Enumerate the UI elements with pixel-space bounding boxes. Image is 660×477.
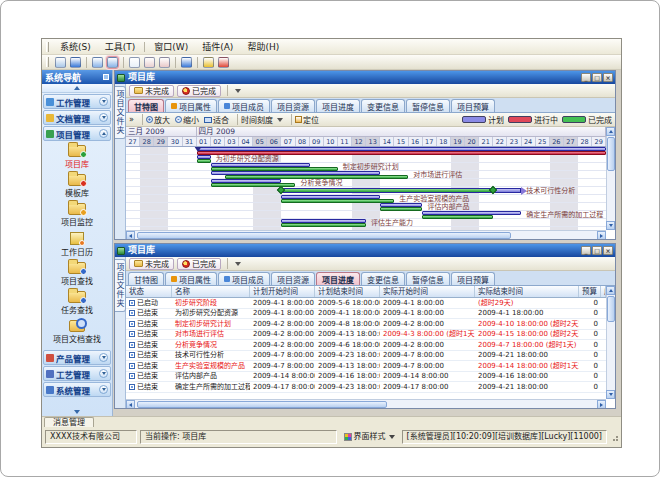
maximize-button[interactable]: □ (592, 73, 602, 82)
table-row[interactable]: 已结束生产实验室规模的产品2009-4-7 8:00:002009-4-13 1… (126, 361, 606, 372)
table-row[interactable]: 已结束确定生产所需的加工过程2009-4-17 8:00:002009-4-23… (126, 382, 606, 393)
tab-甘特图[interactable]: 甘特图 (128, 99, 164, 112)
sidebar-group-5[interactable]: 工艺管理 (43, 366, 111, 381)
collapse-group-button[interactable] (99, 129, 108, 138)
expand-group-button[interactable] (99, 97, 108, 106)
gantt-row-为初步研究分配资源[interactable]: 为初步研究分配资源 (126, 155, 606, 163)
toolbar-grip[interactable] (46, 57, 49, 67)
interface-style-button[interactable]: 界面样式 (340, 430, 399, 444)
menu-grip[interactable] (46, 42, 49, 52)
tab-变更信息[interactable]: 变更信息 (361, 272, 405, 285)
tab-项目资源[interactable]: 项目资源 (271, 99, 315, 112)
exit-icon[interactable] (218, 57, 229, 68)
tab-变更信息[interactable]: 变更信息 (361, 99, 405, 112)
menu-item-3[interactable]: 窗口(W) (147, 39, 195, 54)
scroll-up-button[interactable] (606, 286, 615, 295)
scroll-down-button[interactable] (606, 221, 615, 230)
table-row[interactable]: 已结束制定初步研究计划2009-4-2 8:00:002009-4-8 18:0… (126, 319, 606, 330)
column-header-状态[interactable]: 状态 (126, 286, 172, 297)
globe-icon[interactable] (70, 57, 81, 68)
gantt-row-评估内部产品[interactable]: 评估内部产品 (126, 203, 606, 211)
project-folder-vertical-tab[interactable]: 项目文件夹 (115, 259, 126, 312)
gantt-row-确定生产所需的加工过程[interactable]: 确定生产所需的加工过程 (126, 211, 606, 219)
sidebar-item-工作日历[interactable]: 工作日历 (42, 230, 112, 260)
column-header-预算[interactable]: 预算 (579, 286, 601, 297)
gantt-horizontal-scrollbar[interactable] (126, 230, 606, 239)
completed-filter-button[interactable]: 已完成 (177, 85, 221, 97)
tab-甘特图[interactable]: 甘特图 (128, 272, 164, 285)
incomplete-filter-button[interactable]: 未完成 (129, 85, 174, 97)
form-new-icon[interactable] (144, 57, 155, 68)
sidebar-group-4[interactable]: 产品管理 (43, 350, 111, 365)
window-titlebar[interactable]: 项目库 _ □ × (115, 71, 615, 84)
sidebar-group-2[interactable]: 文档管理 (43, 110, 111, 125)
gantt-row-制定初步研究计划[interactable]: 制定初步研究计划 (126, 163, 606, 171)
fit-button[interactable]: 适合 (204, 114, 229, 125)
project-folder-vertical-tab[interactable]: 项目文件夹 (115, 86, 126, 139)
table-horizontal-scrollbar[interactable] (126, 399, 606, 408)
maximize-button[interactable]: □ (592, 246, 602, 255)
table-row[interactable]: 已结束为初步研究分配资源2009-4-1 8:00:002009-4-1 18:… (126, 309, 606, 320)
menu-item-2[interactable]: 工具(T) (98, 39, 143, 54)
scroll-left-button[interactable] (126, 231, 135, 239)
gantt-row-生产实验室规模的产品[interactable]: 生产实验室规模的产品 (126, 195, 606, 203)
scroll-right-button[interactable] (597, 231, 606, 239)
tab-项目成员[interactable]: 项目成员 (218, 272, 270, 285)
tab-项目进度[interactable]: 项目进度 (316, 272, 360, 285)
tab-项目预算[interactable]: 项目预算 (451, 272, 495, 285)
scroll-right-button[interactable] (597, 400, 606, 408)
menu-item-1[interactable]: 系统(S) (53, 39, 98, 54)
close-button[interactable]: × (603, 73, 613, 82)
table-row[interactable]: 已结束分析竞争情况2009-4-2 8:00:002009-4-6 18:00:… (126, 340, 606, 351)
chevron-down-icon[interactable] (235, 89, 241, 93)
column-header-实际结束时间[interactable]: 实际结束时间 (475, 286, 579, 297)
menu-item-5[interactable]: 帮助(H) (240, 39, 286, 54)
gantt-row-分析竞争情况[interactable]: 分析竞争情况 (126, 179, 606, 187)
help-icon[interactable] (181, 57, 192, 68)
gantt-row-初步研究阶段[interactable] (126, 147, 606, 155)
incomplete-filter-button[interactable]: 未完成 (129, 258, 174, 270)
sidebar-group-1[interactable]: 工作管理 (43, 94, 111, 109)
tab-项目预算[interactable]: 项目预算 (451, 99, 495, 112)
sidebar-group-3[interactable]: 项目管理 (43, 126, 111, 141)
tab-项目属性[interactable]: 项目属性 (165, 99, 217, 112)
sidebar-item-模板库[interactable]: 模板库 (42, 172, 112, 201)
sidebar-item-项目监控[interactable]: 项目监控 (42, 201, 112, 230)
sidebar-overflow-indicator[interactable] (42, 408, 112, 416)
column-header-实际开始时间[interactable]: 实际开始时间 (380, 286, 475, 297)
scroll-thumb[interactable] (137, 401, 387, 408)
expand-group-button[interactable] (99, 369, 108, 378)
scroll-thumb[interactable] (137, 232, 511, 239)
table-row[interactable]: 已结束对市场进行评估2009-4-2 8:00:002009-4-13 18:0… (126, 330, 606, 341)
gantt-vertical-scrollbar[interactable] (606, 127, 615, 230)
tab-项目资源[interactable]: 项目资源 (271, 272, 315, 285)
table-vertical-scrollbar[interactable] (606, 286, 615, 399)
scroll-down-button[interactable] (606, 390, 615, 399)
open-folder-icon[interactable] (92, 57, 103, 68)
form-delete-icon[interactable] (159, 57, 170, 68)
sidebar-item-项目库[interactable]: 项目库 (42, 143, 112, 172)
scroll-left-button[interactable] (126, 400, 135, 408)
column-header-计划开始时间[interactable]: 计划开始时间 (250, 286, 315, 297)
tab-项目属性[interactable]: 项目属性 (165, 272, 217, 285)
time-scale-button[interactable]: 时间刻度 (241, 114, 283, 125)
column-header-计划结束时间[interactable]: 计划结束时间 (315, 286, 380, 297)
sidebar-collapse-button[interactable] (42, 84, 112, 93)
close-button[interactable]: × (603, 246, 613, 255)
actual-bar[interactable] (281, 223, 366, 227)
minimize-button[interactable]: _ (581, 73, 591, 82)
gantt-row-技术可行性分析[interactable]: 技术可行性分析 (126, 187, 606, 195)
sidebar-group-6[interactable]: 系统管理 (43, 382, 111, 397)
zoom-in-button[interactable]: +放大 (146, 114, 170, 125)
gantt-body[interactable]: 为初步研究分配资源制定初步研究计划对市场进行评估分析竞争情况技术可行性分析生产实… (126, 147, 606, 230)
zoom-out-button[interactable]: -缩小 (175, 114, 199, 125)
tab-项目进度[interactable]: 项目进度 (316, 99, 360, 112)
sidebar-item-项目查找[interactable]: 项目查找 (42, 260, 112, 289)
expand-group-button[interactable] (99, 353, 108, 362)
sidebar-item-项目文档查找[interactable]: 项目文档查找 (42, 318, 112, 347)
gantt-row-评估生产能力[interactable]: 评估生产能力 (126, 219, 606, 227)
scroll-thumb[interactable] (607, 137, 615, 171)
table-row[interactable]: 已启动初步研究阶段2009-4-1 8:00:002009-5-6 18:00:… (126, 298, 606, 309)
expand-group-button[interactable] (99, 385, 108, 394)
lock-icon[interactable] (203, 57, 214, 68)
